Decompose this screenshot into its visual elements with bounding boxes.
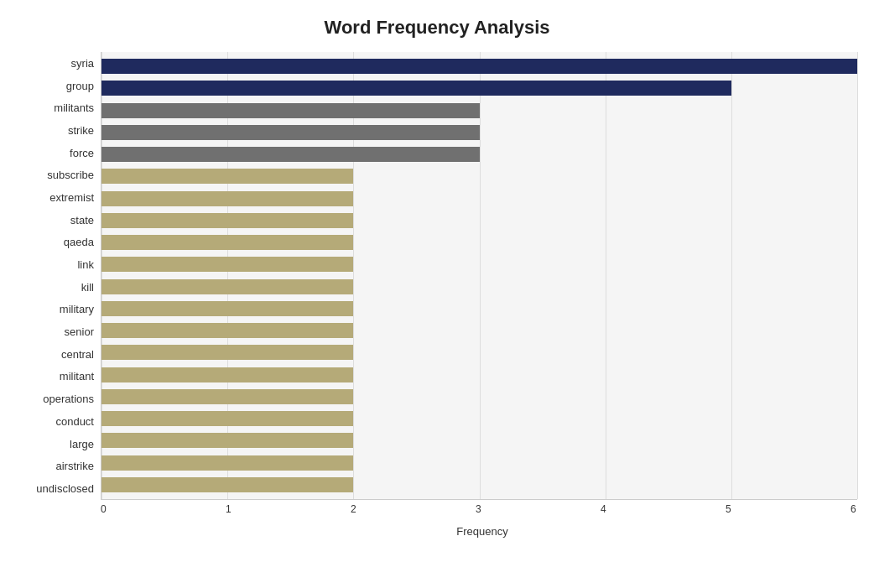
y-label: military	[60, 299, 94, 320]
bar-row	[101, 145, 857, 164]
y-label: group	[66, 75, 94, 96]
bar-row	[101, 409, 857, 428]
bar	[101, 323, 353, 338]
bar	[101, 477, 353, 492]
y-label: extremist	[49, 187, 94, 207]
bar-row	[101, 167, 857, 185]
bar	[101, 103, 480, 118]
y-label: large	[70, 434, 94, 454]
chart-area: syriagroupmilitantsstrikeforcesubscribee…	[17, 52, 857, 538]
chart-title: Word Frequency Analysis	[17, 17, 857, 39]
bar-row	[101, 299, 857, 318]
bar-row	[101, 211, 857, 230]
y-label: force	[70, 143, 94, 163]
x-axis-label: Frequency	[107, 525, 857, 538]
bar	[101, 345, 353, 360]
bar-row	[101, 101, 857, 120]
bar	[101, 59, 857, 74]
bar-row	[101, 233, 857, 252]
y-label: airstrike	[55, 456, 94, 476]
bar-row	[101, 255, 857, 273]
y-label: qaeda	[64, 232, 94, 252]
plot-area: syriagroupmilitantsstrikeforcesubscribee…	[17, 52, 857, 500]
bar-row	[101, 321, 857, 340]
bars-and-grid	[101, 52, 857, 500]
bar	[101, 301, 353, 316]
y-label: militants	[54, 98, 94, 118]
x-tick: 3	[476, 503, 481, 515]
bar	[101, 213, 353, 228]
y-label: link	[77, 255, 94, 275]
x-tick: 6	[851, 503, 856, 515]
x-tick: 4	[601, 503, 606, 515]
bar	[101, 389, 353, 404]
y-label: kill	[81, 277, 94, 297]
y-label: central	[61, 344, 94, 364]
y-label: subscribe	[47, 165, 94, 185]
x-tick: 2	[351, 503, 356, 515]
bar-row	[101, 366, 857, 384]
bar	[101, 81, 731, 96]
x-tick: 5	[726, 503, 731, 515]
x-tick: 1	[226, 503, 232, 515]
bar	[101, 257, 353, 272]
bar-row	[101, 57, 857, 75]
y-label: state	[70, 210, 94, 230]
bar	[101, 367, 353, 382]
chart-container: Word Frequency Analysis syriagroupmilita…	[0, 0, 874, 588]
bar-row	[101, 476, 857, 494]
bar-row	[101, 123, 857, 142]
bars-wrapper	[101, 52, 857, 499]
bar-row	[101, 388, 857, 406]
bar	[101, 235, 353, 250]
y-label: operations	[43, 389, 94, 409]
x-axis: 0123456	[107, 503, 857, 520]
bar	[101, 433, 353, 448]
bar-row	[101, 343, 857, 362]
bar	[101, 147, 480, 162]
bar-row	[101, 431, 857, 450]
bar	[101, 279, 353, 294]
x-tick: 0	[101, 503, 107, 515]
bar	[101, 411, 353, 426]
bar-row	[101, 454, 857, 472]
y-label: syria	[71, 53, 94, 73]
bar	[101, 169, 353, 184]
bar	[101, 455, 353, 471]
bar	[101, 125, 480, 140]
grid-line	[857, 52, 858, 499]
y-labels: syriagroupmilitantsstrikeforcesubscribee…	[17, 52, 101, 500]
bar-row	[101, 79, 857, 97]
y-label: undisclosed	[36, 478, 94, 498]
bar-row	[101, 190, 857, 208]
y-label: strike	[68, 120, 94, 140]
y-label: militant	[60, 367, 94, 387]
y-label: senior	[65, 322, 94, 342]
y-label: conduct	[55, 411, 94, 431]
bar	[101, 191, 353, 206]
bar-row	[101, 278, 857, 296]
